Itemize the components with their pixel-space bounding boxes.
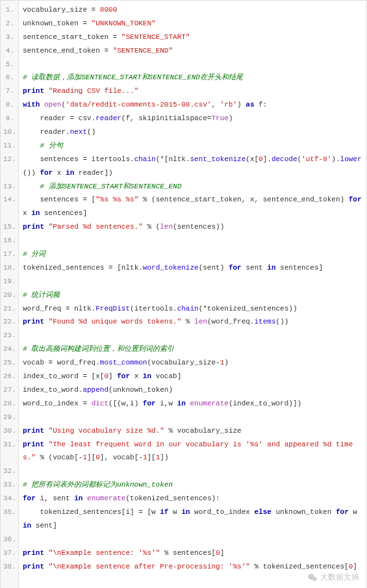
code-line bbox=[23, 411, 362, 424]
line-number: 1. bbox=[3, 3, 14, 17]
line-number: 20. bbox=[3, 288, 14, 302]
line-number: 13. bbox=[3, 180, 14, 194]
line-number: 22. bbox=[3, 315, 14, 329]
line-number: 38. bbox=[3, 560, 14, 574]
line-number: 15. bbox=[3, 220, 14, 234]
code-line: tokenized_sentences = [nltk.word_tokeniz… bbox=[23, 261, 362, 275]
line-number: 30. bbox=[3, 424, 14, 438]
svg-point-1 bbox=[312, 576, 317, 581]
code-line: vocabulary_size = 8000 bbox=[23, 3, 362, 17]
line-number bbox=[3, 451, 14, 465]
watermark: 大数据文摘 bbox=[307, 572, 359, 583]
code-line bbox=[23, 329, 362, 342]
code-line: print "Using vocabulary size %d." % voca… bbox=[23, 424, 362, 438]
code-line: sentences = itertools.chain(*[nltk.sent_… bbox=[23, 153, 362, 180]
code-line: # 统计词频 bbox=[23, 288, 362, 302]
line-number: 28. bbox=[3, 397, 14, 411]
code-line: print "\nExample sentence: '%s'" % sente… bbox=[23, 546, 362, 560]
line-number: 24. bbox=[3, 342, 14, 356]
line-number: 7. bbox=[3, 84, 14, 98]
line-number bbox=[3, 207, 14, 220]
code-line bbox=[23, 234, 362, 248]
line-number: 5. bbox=[3, 58, 14, 71]
code-line: # 读取数据，添加SENTENCE_START和SENTENCE_END在开头和… bbox=[23, 71, 362, 84]
code-line: with open('data/reddit-comments-2015-08.… bbox=[23, 98, 362, 112]
watermark-text: 大数据文摘 bbox=[320, 572, 359, 583]
code-line: print "The least frequent word in our vo… bbox=[23, 438, 362, 465]
code-line bbox=[23, 465, 362, 478]
line-number: 23. bbox=[3, 329, 14, 342]
wechat-icon bbox=[307, 572, 318, 583]
code-content: vocabulary_size = 8000unknown_token = "U… bbox=[19, 1, 366, 588]
code-line: reader.next() bbox=[23, 125, 362, 139]
code-line: # 分词 bbox=[23, 248, 362, 261]
code-line bbox=[23, 533, 362, 546]
line-number: 2. bbox=[3, 17, 14, 31]
line-number bbox=[3, 573, 14, 587]
code-line: # 添加SENTENCE_START和SENTENCE_END bbox=[23, 180, 362, 194]
line-number: 19. bbox=[3, 275, 14, 288]
line-number: 10. bbox=[3, 125, 14, 139]
line-number: 34. bbox=[3, 492, 14, 505]
code-line: print "Found %d unique words tokens." % … bbox=[23, 315, 362, 329]
line-number: 31. bbox=[3, 438, 14, 452]
line-number: 21. bbox=[3, 302, 14, 316]
line-number: 16. bbox=[3, 234, 14, 248]
line-number: 17. bbox=[3, 248, 14, 261]
code-line: sentences = ["%s %s %s" % (sentence_star… bbox=[23, 193, 362, 220]
line-number-gutter: 1.2.3.4.5.6.7.8.9.10.11.12. 13.14. 15.16… bbox=[1, 1, 19, 588]
code-line: word_to_index = dict([(w,i) for i,w in e… bbox=[23, 397, 362, 411]
line-number: 6. bbox=[3, 71, 14, 84]
code-block: 1.2.3.4.5.6.7.8.9.10.11.12. 13.14. 15.16… bbox=[0, 0, 367, 588]
line-number: 27. bbox=[3, 383, 14, 397]
line-number: 35. bbox=[3, 505, 14, 519]
code-line: # 把所有词表外的词都标记为unknown_token bbox=[23, 478, 362, 492]
line-number: 32. bbox=[3, 465, 14, 478]
code-line: # 取出高频词构建词到位置，和位置到词的索引 bbox=[23, 342, 362, 356]
code-line: unknown_token = "UNKNOWN_TOKEN" bbox=[23, 17, 362, 31]
line-number: 12. bbox=[3, 153, 14, 166]
code-line: for i, sent in enumerate(tokenized_sente… bbox=[23, 492, 362, 505]
code-line: vocab = word_freq.most_common(vocabulary… bbox=[23, 356, 362, 370]
line-number bbox=[3, 166, 14, 180]
line-number: 4. bbox=[3, 44, 14, 58]
line-number: 9. bbox=[3, 112, 14, 125]
line-number: 26. bbox=[3, 370, 14, 383]
code-line: reader = csv.reader(f, skipinitialspace=… bbox=[23, 112, 362, 125]
line-number: 33. bbox=[3, 478, 14, 492]
code-line: print "Reading CSV file..." bbox=[23, 84, 362, 98]
code-line: word_freq = nltk.FreqDist(itertools.chai… bbox=[23, 302, 362, 316]
code-line bbox=[23, 275, 362, 288]
line-number: 25. bbox=[3, 356, 14, 370]
line-number: 14. bbox=[3, 193, 14, 207]
code-line: tokenized_sentences[i] = [w if w in word… bbox=[23, 505, 362, 533]
code-line: sentence_start_token = "SENTENCE_START" bbox=[23, 31, 362, 44]
line-number: 8. bbox=[3, 98, 14, 112]
line-number bbox=[3, 519, 14, 533]
code-line: sentence_end_token = "SENTENCE_END" bbox=[23, 44, 362, 58]
code-line: # 分句 bbox=[23, 139, 362, 153]
line-number: 29. bbox=[3, 411, 14, 424]
code-line: print "Parsed %d sentences." % (len(sent… bbox=[23, 220, 362, 234]
line-number: 36. bbox=[3, 533, 14, 546]
line-number: 37. bbox=[3, 546, 14, 560]
code-line: index_to_word = [x[0] for x in vocab] bbox=[23, 370, 362, 383]
line-number: 3. bbox=[3, 31, 14, 44]
code-line: index_to_word.append(unknown_token) bbox=[23, 383, 362, 397]
line-number: 18. bbox=[3, 261, 14, 275]
code-line bbox=[23, 58, 362, 71]
line-number: 11. bbox=[3, 139, 14, 153]
